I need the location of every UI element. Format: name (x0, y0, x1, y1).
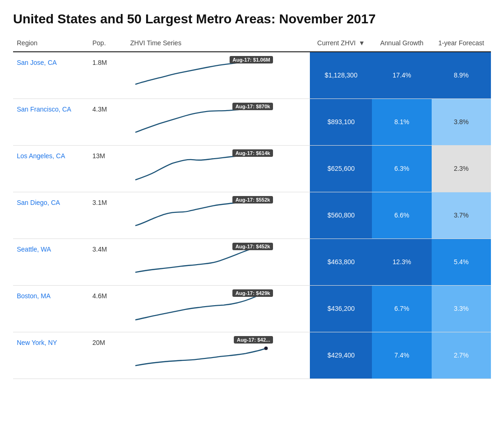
chart-tooltip: Aug-17: $614k (232, 149, 273, 157)
table-row: San Diego, CA3.1MAug-17: $552k$560,8006.… (13, 192, 491, 239)
pop-cell: 3.1M (89, 192, 126, 239)
table-row: New York, NY20MAug-17: $42...$429,4007.4… (13, 332, 491, 379)
sort-icon: ▼ (358, 39, 365, 47)
table-row: Seattle, WA3.4MAug-17: $452k$463,80012.3… (13, 239, 491, 285)
region-cell[interactable]: Seattle, WA (13, 239, 89, 285)
data-table: Region Pop. ZHVI Time Series Current ZHV… (13, 36, 491, 379)
table-row: San Jose, CA1.8MAug-17: $1.06M$1,128,300… (13, 52, 491, 99)
region-cell[interactable]: San Jose, CA (13, 52, 89, 99)
forecast-cell: 3.3% (432, 285, 491, 332)
forecast-cell: 3.8% (432, 98, 491, 145)
chart-cell: Aug-17: $1.06M (126, 52, 310, 99)
chart-cell: Aug-17: $552k (126, 192, 310, 239)
col-header-growth: Annual Growth (372, 36, 431, 52)
chart-cell: Aug-17: $42... (126, 332, 310, 379)
zhvi-cell: $560,800 (310, 192, 372, 239)
chart-tooltip: Aug-17: $1.06M (230, 56, 273, 63)
chart-tooltip: Aug-17: $552k (232, 196, 273, 203)
pop-cell: 13M (89, 145, 126, 192)
chart-tooltip: Aug-17: $870k (232, 103, 273, 110)
chart-tooltip: Aug-17: $452k (232, 243, 273, 250)
chart-cell: Aug-17: $614k (126, 145, 310, 192)
zhvi-cell: $893,100 (310, 98, 372, 145)
chart-cell: Aug-17: $870k (126, 98, 310, 145)
growth-cell: 6.7% (372, 285, 431, 332)
growth-cell: 17.4% (372, 52, 431, 99)
region-cell[interactable]: New York, NY (13, 332, 89, 379)
forecast-cell: 2.7% (432, 332, 491, 379)
page-title: United States and 50 Largest Metro Areas… (13, 11, 491, 27)
pop-cell: 1.8M (89, 52, 126, 99)
chart-tooltip: Aug-17: $429k (232, 289, 273, 297)
chart-cell: Aug-17: $452k (126, 239, 310, 285)
zhvi-cell: $436,200 (310, 285, 372, 332)
zhvi-cell: $463,800 (310, 239, 372, 285)
growth-cell: 12.3% (372, 239, 431, 285)
pop-cell: 4.6M (89, 285, 126, 332)
forecast-cell: 8.9% (432, 52, 491, 99)
region-cell[interactable]: San Diego, CA (13, 192, 89, 239)
zhvi-cell: $429,400 (310, 332, 372, 379)
col-header-pop: Pop. (89, 36, 126, 52)
sparkline-dot (264, 346, 267, 350)
col-header-chart: ZHVI Time Series (126, 36, 310, 52)
zhvi-cell: $1,128,300 (310, 52, 372, 99)
forecast-cell: 3.7% (432, 192, 491, 239)
region-cell[interactable]: Los Angeles, CA (13, 145, 89, 192)
chart-cell: Aug-17: $429k (126, 285, 310, 332)
pop-cell: 4.3M (89, 98, 126, 145)
pop-cell: 20M (89, 332, 126, 379)
table-row: San Francisco, CA4.3MAug-17: $870k$893,1… (13, 98, 491, 145)
pop-cell: 3.4M (89, 239, 126, 285)
forecast-cell: 5.4% (432, 239, 491, 285)
table-row: Boston, MA4.6MAug-17: $429k$436,2006.7%3… (13, 285, 491, 332)
growth-cell: 8.1% (372, 98, 431, 145)
growth-cell: 6.6% (372, 192, 431, 239)
col-header-region: Region (13, 36, 89, 52)
col-header-forecast: 1-year Forecast (432, 36, 491, 52)
zhvi-cell: $625,600 (310, 145, 372, 192)
col-header-zhvi[interactable]: Current ZHVI ▼ (310, 36, 372, 52)
region-cell[interactable]: San Francisco, CA (13, 98, 89, 145)
growth-cell: 6.3% (372, 145, 431, 192)
chart-tooltip: Aug-17: $42... (234, 336, 273, 344)
growth-cell: 7.4% (372, 332, 431, 379)
table-row: Los Angeles, CA13MAug-17: $614k$625,6006… (13, 145, 491, 192)
region-cell[interactable]: Boston, MA (13, 285, 89, 332)
forecast-cell: 2.3% (432, 145, 491, 192)
